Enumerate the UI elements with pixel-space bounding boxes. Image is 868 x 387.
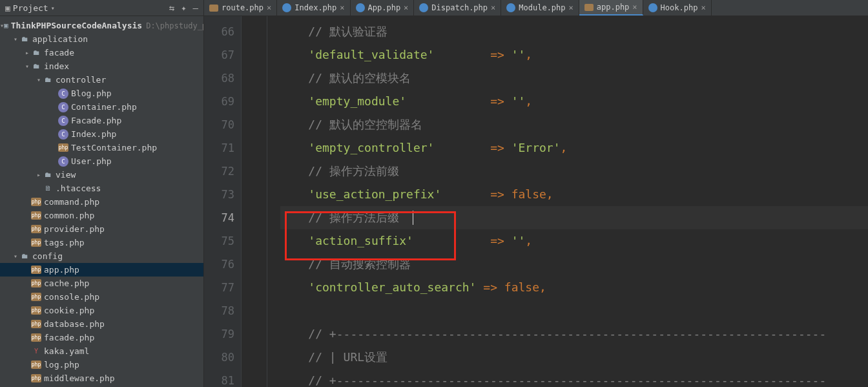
tree-item-config[interactable]: ▾🖿config xyxy=(0,249,203,263)
tree-item-Blog-php[interactable]: CBlog.php xyxy=(0,87,203,100)
line-number[interactable]: 78 xyxy=(204,299,234,322)
tree-item-cookie-php[interactable]: phpcookie.php xyxy=(0,304,203,317)
tab-Index-php[interactable]: Index.php× xyxy=(277,0,350,16)
tree-item-facade[interactable]: ▸🖿facade xyxy=(0,46,203,59)
caret-down-icon[interactable]: ▾ xyxy=(23,63,31,70)
tree-item-TestContainer-php[interactable]: phpTestContainer.php xyxy=(0,141,203,154)
tree-item-middleware-php[interactable]: phpmiddleware.php xyxy=(0,371,203,385)
code-line[interactable]: // +------------------------------------… xyxy=(280,369,868,387)
line-number[interactable]: 77 xyxy=(204,276,234,299)
project-icon: ▣ xyxy=(4,21,8,31)
close-icon[interactable]: × xyxy=(569,3,574,12)
caret-down-icon[interactable]: ▾ xyxy=(12,253,19,260)
dropdown-icon[interactable]: ▾ xyxy=(51,5,55,12)
code-line[interactable]: // 自动搜索控制器 xyxy=(280,253,868,276)
tree-item-label: facade.php xyxy=(44,333,94,342)
tree-item-log-php[interactable]: phplog.php xyxy=(0,358,203,371)
line-number[interactable]: 74 xyxy=(204,206,234,229)
php-file-icon: php xyxy=(31,238,41,247)
close-icon[interactable]: × xyxy=(404,3,408,12)
caret-right-icon[interactable]: ▸ xyxy=(35,171,43,178)
line-number[interactable]: 76 xyxy=(204,253,234,276)
code-line[interactable]: 'empty_controller' => 'Error', xyxy=(280,136,868,160)
code-line[interactable]: // 默认的空模块名 xyxy=(280,67,868,90)
tree-item-index[interactable]: ▾🖿index xyxy=(0,59,203,73)
tree-item-cache-php[interactable]: phpcache.php xyxy=(0,277,203,290)
tab-App-php[interactable]: App.php× xyxy=(351,0,415,16)
tree-item-Index-php[interactable]: CIndex.php xyxy=(0,127,203,141)
tree-item--htaccess[interactable]: 🗎.htaccess xyxy=(0,182,203,195)
line-number[interactable]: 66 xyxy=(204,20,234,43)
sidebar-title[interactable]: Project xyxy=(13,3,48,13)
code-line[interactable]: 'empty_module' => '', xyxy=(280,90,868,113)
tree-item-command-php[interactable]: phpcommand.php xyxy=(0,195,203,209)
tree-item-view[interactable]: ▸🖿view xyxy=(0,168,203,182)
tree-item-application[interactable]: ▾🖿application xyxy=(0,32,203,46)
line-number[interactable]: 72 xyxy=(204,160,234,183)
line-number[interactable]: 80 xyxy=(204,346,234,369)
tab-label: Index.php xyxy=(294,3,336,12)
code-line[interactable]: // 默认的空控制器名 xyxy=(280,113,868,136)
line-number[interactable]: 75 xyxy=(204,229,234,253)
close-icon[interactable]: × xyxy=(340,3,344,12)
line-number[interactable]: 79 xyxy=(204,322,234,346)
tree-item-app-php[interactable]: phpapp.php xyxy=(0,263,203,277)
tab-app-php[interactable]: app.php× xyxy=(579,0,643,16)
project-tree[interactable]: ▾ ▣ ThinkPHPSourceCodeAnalysis D:\phpstu… xyxy=(0,16,203,387)
tree-item-Facade-php[interactable]: CFacade.php xyxy=(0,114,203,127)
tree-item-label: config xyxy=(32,251,63,261)
tab-Dispatch-php[interactable]: Dispatch.php× xyxy=(414,0,501,16)
tree-item-common-php[interactable]: phpcommon.php xyxy=(0,209,203,222)
code-line[interactable]: // +------------------------------------… xyxy=(280,322,868,346)
line-number[interactable]: 73 xyxy=(204,183,234,206)
minimize-icon[interactable]: — xyxy=(193,3,198,13)
php-class-icon xyxy=(648,3,657,12)
tab-route-php[interactable]: route.php× xyxy=(204,0,277,16)
tree-item-User-php[interactable]: CUser.php xyxy=(0,154,203,168)
line-gutter[interactable]: 66676869707172737475767778798081 xyxy=(204,16,242,387)
code-area[interactable]: // 默认验证器 'default_validate' => '', // 默认… xyxy=(267,16,868,387)
tab-Hook-php[interactable]: Hook.php× xyxy=(643,0,712,16)
caret-right-icon[interactable]: ▸ xyxy=(23,49,31,56)
php-file-icon: php xyxy=(31,374,41,382)
caret-down-icon[interactable]: ▾ xyxy=(35,76,43,83)
tree-item-database-php[interactable]: phpdatabase.php xyxy=(0,317,203,331)
tree-item-controller[interactable]: ▾🖿controller xyxy=(0,73,203,87)
line-number[interactable]: 81 xyxy=(204,369,234,387)
folder-icon: 🖿 xyxy=(43,170,53,180)
tab-Module-php[interactable]: Module.php× xyxy=(501,0,579,16)
caret-down-icon[interactable]: ▾ xyxy=(12,36,19,43)
code-line[interactable]: 'action_suffix' => '', xyxy=(280,229,868,253)
line-number[interactable]: 71 xyxy=(204,136,234,160)
code-line[interactable]: 'use_action_prefix' => false, xyxy=(280,183,868,206)
collapse-icon[interactable]: ⇆ xyxy=(169,3,174,13)
code-line[interactable] xyxy=(280,299,868,322)
close-icon[interactable]: × xyxy=(701,3,705,12)
tree-item-facade-php[interactable]: phpfacade.php xyxy=(0,331,203,344)
tree-item-tags-php[interactable]: phptags.php xyxy=(0,236,203,249)
tree-item-kaka-yaml[interactable]: Ykaka.yaml xyxy=(0,344,203,358)
tree-item-provider-php[interactable]: phpprovider.php xyxy=(0,222,203,236)
code-line[interactable]: // 操作方法后缀 xyxy=(280,206,868,229)
gear-icon[interactable]: ✦ xyxy=(181,3,186,13)
php-file-icon: php xyxy=(58,143,68,152)
tree-item-label: kaka.yaml xyxy=(44,346,89,356)
close-icon[interactable]: × xyxy=(267,3,271,12)
line-number[interactable]: 69 xyxy=(204,90,234,113)
php-class-icon xyxy=(282,3,291,12)
editor-tabbar[interactable]: route.php×Index.php×App.php×Dispatch.php… xyxy=(204,0,868,16)
tab-label: Dispatch.php xyxy=(431,3,488,12)
code-line[interactable]: 'default_validate' => '', xyxy=(280,43,868,67)
tree-item-console-php[interactable]: phpconsole.php xyxy=(0,290,203,304)
tree-item-Container-php[interactable]: CContainer.php xyxy=(0,100,203,114)
code-line[interactable]: // | URL设置 xyxy=(280,346,868,369)
line-number[interactable]: 68 xyxy=(204,67,234,90)
code-line[interactable]: // 操作方法前缀 xyxy=(280,160,868,183)
code-line[interactable]: // 默认验证器 xyxy=(280,20,868,43)
line-number[interactable]: 67 xyxy=(204,43,234,67)
close-icon[interactable]: × xyxy=(632,3,637,12)
close-icon[interactable]: × xyxy=(491,3,495,12)
project-root[interactable]: ▾ ▣ ThinkPHPSourceCodeAnalysis D:\phpstu… xyxy=(0,19,203,32)
code-line[interactable]: 'controller_auto_search' => false, xyxy=(280,276,868,299)
line-number[interactable]: 70 xyxy=(204,113,234,136)
